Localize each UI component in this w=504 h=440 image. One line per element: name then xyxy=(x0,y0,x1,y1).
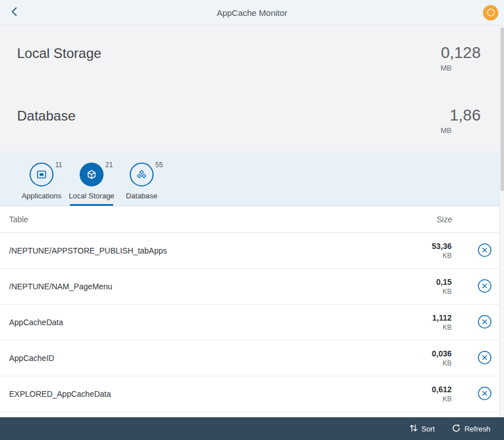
sort-label: Sort xyxy=(422,425,435,433)
size-cell: 1,112 KB xyxy=(432,313,452,331)
header-bar: AppCache Monitor xyxy=(0,0,504,26)
size-unit: KB xyxy=(432,395,452,403)
table-name: /NEPTUNE/NAM_PageMenu xyxy=(9,282,436,291)
person-icon xyxy=(487,9,495,16)
size-value: 0,612 xyxy=(432,385,452,394)
table-row: AppCacheID 0,036 KB xyxy=(0,341,499,376)
scrollbar[interactable] xyxy=(499,26,504,417)
size-unit: KB xyxy=(436,288,452,296)
table-row: /NEPTUNE/APPSTORE_PUBLISH_tabApps 53,36 … xyxy=(0,233,499,269)
scrollbar-thumb[interactable] xyxy=(501,27,504,191)
size-value: 0,15 xyxy=(436,277,452,287)
storage-cube-icon xyxy=(80,163,104,186)
kpi-number: 0,128 MB xyxy=(441,44,481,89)
kpi-database: Database 1,86 MB xyxy=(0,89,499,151)
tab-local-storage[interactable]: 21 Local Storage xyxy=(67,151,117,206)
page-title: AppCache Monitor xyxy=(0,8,504,18)
tab-label: Applications xyxy=(22,192,61,200)
delete-entry-button[interactable] xyxy=(477,243,492,258)
table-row: /NEPTUNE/NAM_PageMenu 0,15 KB xyxy=(0,269,499,305)
refresh-button[interactable]: Refresh xyxy=(446,420,496,438)
size-cell: 53,36 KB xyxy=(432,242,452,260)
kpi-section: Local Storage 0,128 MB Database 1,86 MB xyxy=(0,26,499,151)
size-value: 53,36 xyxy=(432,242,452,251)
kpi-unit: MB xyxy=(441,126,481,135)
chevron-left-icon xyxy=(10,7,19,18)
table-name: /NEPTUNE/APPSTORE_PUBLISH_tabApps xyxy=(9,246,432,255)
tab-label: Local Storage xyxy=(69,192,114,200)
table-header-row: Table Size xyxy=(0,206,499,233)
kpi-number: 1,86 MB xyxy=(441,107,481,151)
table-name: AppCacheData xyxy=(9,318,432,327)
refresh-label: Refresh xyxy=(464,425,490,433)
size-unit: KB xyxy=(432,359,452,367)
back-button[interactable] xyxy=(6,4,23,21)
table-name: AppCacheID xyxy=(9,354,432,363)
delete-entry-button[interactable] xyxy=(477,279,492,294)
size-unit: KB xyxy=(432,323,452,331)
decline-icon xyxy=(477,243,492,259)
tab-database[interactable]: 55 Database xyxy=(117,151,167,206)
tab-count: 11 xyxy=(55,161,62,169)
size-cell: 0,612 KB xyxy=(432,385,452,403)
table-name: EXPLORED_AppCacheData xyxy=(9,389,432,399)
footer-bar: Sort Refresh xyxy=(0,417,504,440)
size-value: 1,112 xyxy=(432,313,452,322)
delete-entry-button[interactable] xyxy=(477,387,492,401)
decline-icon xyxy=(477,386,492,402)
table-row: EXPLORED_AppCacheData 0,612 KB xyxy=(0,376,499,412)
kpi-value: 1,86 xyxy=(441,107,481,124)
kpi-label: Database xyxy=(17,108,76,151)
size-cell: 0,036 KB xyxy=(432,349,452,367)
table-row: AppCacheData 1,112 KB xyxy=(0,305,499,341)
icon-tab-bar: 11 Applications 21 Local Storage 55 Data… xyxy=(0,151,499,206)
avatar[interactable] xyxy=(483,5,498,20)
decline-icon xyxy=(477,314,492,331)
column-header-size: Size xyxy=(437,215,452,224)
appcache-monitor-app: AppCache Monitor Local Storage 0,128 MB … xyxy=(0,0,504,440)
size-value: 0,036 xyxy=(432,349,452,358)
refresh-icon xyxy=(452,424,461,434)
size-cell: 0,15 KB xyxy=(436,277,452,296)
kpi-unit: MB xyxy=(441,64,481,72)
tab-count: 55 xyxy=(155,161,163,169)
decline-icon xyxy=(477,279,492,295)
column-header-table: Table xyxy=(9,215,437,224)
tab-label: Database xyxy=(126,192,158,200)
tab-count: 21 xyxy=(105,161,113,169)
delete-entry-button[interactable] xyxy=(477,315,492,330)
applications-icon xyxy=(30,163,53,186)
kpi-label: Local Storage xyxy=(17,45,101,89)
kpi-local-storage: Local Storage 0,128 MB xyxy=(0,26,499,89)
size-unit: KB xyxy=(432,252,452,260)
selected-tab-underline xyxy=(70,204,113,206)
database-cluster-icon xyxy=(130,163,154,186)
sort-button[interactable]: Sort xyxy=(403,420,441,438)
tab-applications[interactable]: 11 Applications xyxy=(16,151,67,206)
kpi-value: 0,128 xyxy=(441,44,481,62)
sort-icon xyxy=(409,424,418,434)
storage-table: Table Size /NEPTUNE/APPSTORE_PUBLISH_tab… xyxy=(0,206,499,412)
delete-entry-button[interactable] xyxy=(477,351,492,366)
decline-icon xyxy=(477,350,492,367)
